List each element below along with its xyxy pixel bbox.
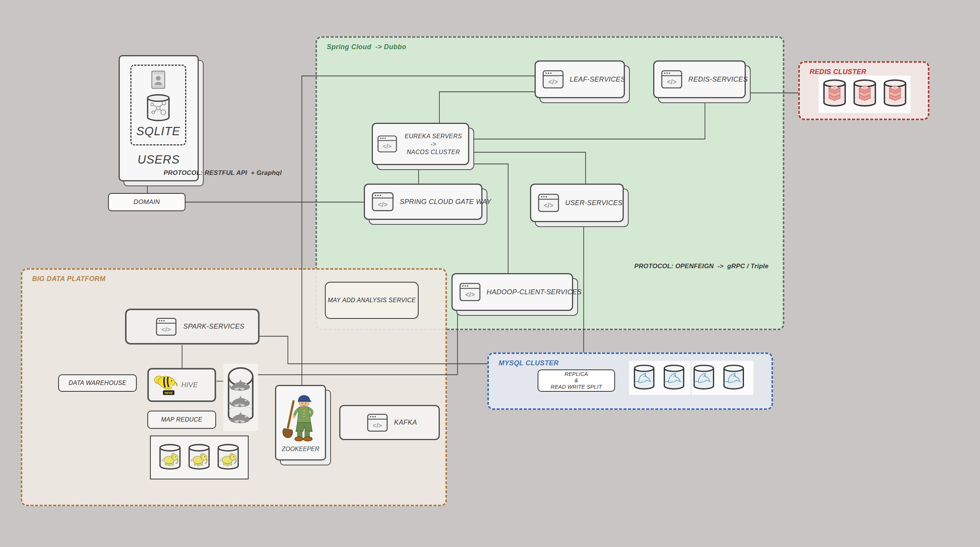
node-label: SPRING CLOUD GATE WAY [400, 198, 491, 206]
users-sqlite-card[interactable]: SQLITE USERS [119, 55, 199, 181]
node-label: HIVE [181, 381, 198, 389]
node-label: USER-SERVICES [565, 199, 623, 207]
eureka-nacos-node[interactable]: EUREKA SERVERS->NACOS CLUSTER [372, 123, 469, 165]
orc-storage-panel[interactable] [223, 364, 258, 431]
region-mysql-cluster-label: MYSQL CLUSTER [499, 359, 559, 367]
map-reduce-node[interactable]: MAP REDUCE [147, 410, 216, 429]
mysql-db-icon [662, 363, 686, 391]
map-reduce-label: MAP REDUCE [161, 416, 202, 423]
user-service-node[interactable]: USER-SERVICES [530, 184, 624, 222]
domain-node[interactable]: DOMAIN [108, 193, 186, 211]
redis-node-list [821, 78, 908, 109]
code-window-icon [367, 413, 388, 432]
leaf-service-node[interactable]: LEAF-SERVICES [535, 60, 625, 98]
code-window-icon [372, 192, 394, 211]
hive-logo-icon [153, 374, 178, 396]
protocol-restful-annotation: PROTOCOL: RESTFUL API + Graphql [164, 169, 282, 177]
node-label: HADOOP-CLIENT-SERVICES [487, 288, 582, 296]
hadoop-elephant-icon [216, 442, 241, 472]
data-warehouse-label: DATA WAREHOUSE [69, 380, 127, 386]
zookeeper-mascot-icon [280, 389, 321, 445]
code-window-icon [460, 283, 480, 301]
node-label: ZOOKEEPER [282, 446, 320, 453]
kafka-node[interactable]: KAFKA [339, 405, 440, 440]
database-network-icon [145, 93, 171, 122]
gateway-service-node[interactable]: SPRING CLOUD GATE WAY [364, 184, 482, 220]
hadoop-elephant-icon [158, 442, 183, 472]
sqlite-title: SQLITE [136, 125, 180, 138]
redis-db-icon [882, 78, 908, 109]
may-add-analysis-node[interactable]: MAY ADD ANALYSIS SERVICE [325, 282, 418, 319]
may-add-label: MAY ADD ANALYSIS SERVICE [328, 297, 415, 304]
node-label: LEAF-SERVICES [570, 76, 625, 83]
orca-node-list [228, 379, 253, 426]
orca-icon [228, 395, 253, 410]
node-label: SPARK-SERVICES [183, 323, 245, 331]
node-label: KAFKA [394, 418, 417, 426]
sqlite-dashed-group: SQLITE [130, 65, 186, 145]
zookeeper-node[interactable]: ZOOKEEPER [275, 385, 326, 461]
mysql-node-list [632, 363, 746, 391]
replica-label: REPLICA&READ WRITE SPLIT [551, 371, 602, 390]
hadoop-elephant-icon [187, 442, 212, 472]
mysql-db-icon [632, 363, 656, 391]
domain-label: DOMAIN [134, 198, 160, 206]
hive-node[interactable]: HIVE [147, 368, 216, 402]
region-redis-cluster-label: REDIS CLUSTER [810, 68, 866, 76]
node-label: EUREKA SERVERS->NACOS CLUSTER [403, 132, 463, 156]
data-warehouse-node[interactable]: DATA WAREHOUSE [58, 374, 137, 392]
node-label: REDIS-SERVICES [688, 76, 748, 83]
redis-db-icon [821, 78, 848, 109]
replica-split-node[interactable]: REPLICA&READ WRITE SPLIT [538, 369, 615, 392]
code-window-icon [155, 318, 177, 336]
architecture-diagram: Spring Cloud -> Dubbo REDIS CLUSTER BIG … [0, 0, 980, 547]
hdfs-panel[interactable] [150, 436, 248, 479]
code-window-icon [542, 70, 564, 89]
code-window-icon [538, 193, 559, 212]
redis-service-node[interactable]: REDIS-SERVICES [653, 60, 746, 98]
orca-icon [228, 411, 253, 426]
code-window-icon [661, 70, 682, 89]
code-window-icon [377, 135, 397, 153]
orca-icon [228, 379, 253, 394]
region-spring-cloud-label: Spring Cloud -> Dubbo [327, 43, 406, 51]
protocol-openfeign-annotation: PROTOCOL: OPENFEIGN -> gRPC / Triple [634, 262, 768, 270]
users-title: USERS [120, 153, 197, 167]
redis-db-icon [851, 78, 878, 109]
hdfs-node-list [158, 442, 241, 472]
id-card-icon [151, 70, 165, 89]
hadoop-client-service-node[interactable]: HADOOP-CLIENT-SERVICES [452, 273, 573, 311]
mysql-db-icon [722, 363, 746, 391]
spark-service-node[interactable]: SPARK-SERVICES [125, 308, 259, 345]
mysql-db-icon [692, 363, 716, 391]
region-big-data-label: BIG DATA PLATFORM [32, 275, 105, 283]
